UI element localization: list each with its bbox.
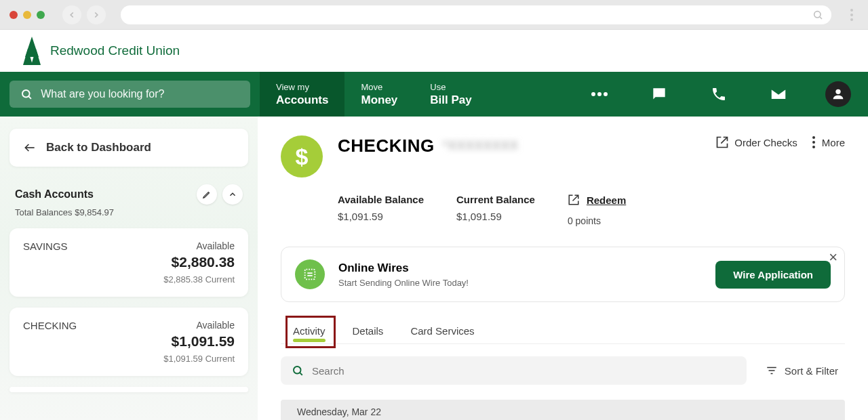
sidebar: Back to Dashboard Cash Accounts Total Ba… bbox=[0, 117, 258, 420]
close-window[interactable] bbox=[9, 11, 18, 19]
mail-icon bbox=[770, 85, 787, 103]
chat-icon bbox=[650, 85, 668, 103]
activity-date-header: Wednesday, Mar 22 bbox=[281, 400, 845, 420]
account-title: CHECKING bbox=[338, 135, 435, 156]
external-link-icon bbox=[715, 135, 729, 149]
site-header: Redwood Credit Union bbox=[0, 30, 868, 72]
account-card-placeholder bbox=[9, 387, 248, 392]
tab-card-services[interactable]: Card Services bbox=[410, 318, 474, 343]
account-card-savings[interactable]: SAVINGS Available $2,880.38 $2,885.38 Cu… bbox=[9, 228, 248, 297]
minimize-window[interactable] bbox=[23, 11, 31, 19]
svg-point-9 bbox=[604, 92, 608, 96]
svg-line-16 bbox=[300, 373, 302, 375]
account-header: $ CHECKING *XXXXXXXX Order Checks More bbox=[281, 135, 845, 177]
site-search-input[interactable] bbox=[41, 88, 239, 100]
logo-tree-icon bbox=[20, 37, 43, 65]
svg-rect-12 bbox=[305, 270, 315, 280]
activity-search[interactable] bbox=[281, 356, 747, 385]
tab-details[interactable]: Details bbox=[353, 318, 384, 343]
body-wrap: Back to Dashboard Cash Accounts Total Ba… bbox=[0, 117, 868, 420]
nav-more[interactable] bbox=[570, 72, 629, 117]
browser-nav bbox=[62, 5, 106, 24]
svg-line-6 bbox=[28, 96, 31, 98]
total-balances: Total Balances $9,854.97 bbox=[9, 207, 248, 217]
collapse-accounts-button[interactable] bbox=[222, 184, 243, 205]
close-promo[interactable]: × bbox=[825, 245, 842, 270]
dollar-icon: $ bbox=[281, 135, 323, 177]
forward-button[interactable] bbox=[87, 5, 106, 24]
external-link-icon bbox=[568, 194, 580, 206]
svg-point-10 bbox=[835, 89, 840, 94]
points-value: 0 points bbox=[568, 215, 626, 226]
promo-title: Online Wires bbox=[338, 261, 702, 275]
window-controls bbox=[9, 11, 45, 19]
pencil-icon bbox=[202, 190, 212, 199]
account-content: $ CHECKING *XXXXXXXX Order Checks More bbox=[258, 117, 868, 420]
account-tabs: Activity Details Card Services bbox=[281, 318, 845, 344]
svg-point-5 bbox=[22, 90, 30, 98]
nav-billpay[interactable]: Use Bill Pay bbox=[414, 72, 488, 117]
logo-text: Redwood Credit Union bbox=[50, 43, 180, 58]
chevron-up-icon bbox=[228, 190, 237, 199]
arrow-left-icon bbox=[23, 141, 37, 154]
promo-card: Online Wires Start Sending Online Wire T… bbox=[281, 247, 845, 302]
current-balance-label: Current Balance bbox=[456, 194, 535, 205]
redeem-link[interactable]: Redeem bbox=[568, 194, 626, 206]
browser-menu[interactable] bbox=[845, 9, 859, 21]
available-balance-value: $1,091.59 bbox=[338, 211, 424, 222]
back-button[interactable] bbox=[62, 5, 81, 24]
svg-point-0 bbox=[814, 11, 821, 17]
ellipsis-icon bbox=[591, 92, 608, 96]
promo-sub: Start Sending Online Wire Today! bbox=[338, 278, 702, 288]
svg-point-15 bbox=[294, 366, 301, 374]
account-number-masked: *XXXXXXXX bbox=[443, 139, 519, 153]
cash-accounts-header: Cash Accounts bbox=[9, 184, 248, 205]
svg-point-8 bbox=[597, 92, 601, 96]
search-icon bbox=[812, 9, 823, 20]
back-to-dashboard[interactable]: Back to Dashboard bbox=[9, 129, 248, 167]
balances-row: Available Balance $1,091.59 Current Bala… bbox=[338, 194, 845, 226]
order-checks-link[interactable]: Order Checks bbox=[715, 135, 797, 149]
nav-messages[interactable] bbox=[629, 72, 689, 117]
available-balance-label: Available Balance bbox=[338, 194, 424, 205]
search-icon bbox=[292, 364, 304, 377]
search-icon bbox=[20, 87, 33, 101]
nav-accounts[interactable]: View my Accounts bbox=[260, 72, 344, 117]
current-balance-value: $1,091.59 bbox=[456, 211, 535, 222]
activity-search-input[interactable] bbox=[312, 365, 736, 377]
avatar bbox=[825, 81, 851, 107]
address-bar[interactable] bbox=[121, 5, 831, 24]
edit-accounts-button[interactable] bbox=[197, 184, 217, 205]
browser-chrome bbox=[0, 0, 868, 30]
nav-profile[interactable] bbox=[808, 72, 868, 117]
tab-activity[interactable]: Activity bbox=[293, 318, 326, 343]
activity-search-row: Sort & Filter bbox=[281, 356, 845, 385]
main-nav: View my Accounts Move Money Use Bill Pay bbox=[0, 72, 868, 117]
site-logo[interactable]: Redwood Credit Union bbox=[20, 37, 180, 65]
more-menu[interactable]: More bbox=[812, 136, 845, 148]
site-search[interactable] bbox=[9, 81, 250, 108]
sort-filter-button[interactable]: Sort & Filter bbox=[759, 364, 845, 377]
kebab-icon bbox=[812, 136, 815, 148]
chevron-right-icon bbox=[92, 10, 101, 20]
nav-phone[interactable] bbox=[689, 72, 749, 117]
svg-line-1 bbox=[820, 17, 822, 19]
chevron-left-icon bbox=[67, 10, 77, 20]
wire-icon bbox=[295, 259, 325, 289]
maximize-window[interactable] bbox=[37, 11, 45, 19]
filter-icon bbox=[766, 364, 778, 377]
account-card-checking[interactable]: CHECKING Available $1,091.59 $1,091.59 C… bbox=[9, 308, 248, 376]
wire-application-button[interactable]: Wire Application bbox=[715, 261, 831, 289]
svg-point-7 bbox=[591, 92, 595, 96]
nav-money[interactable]: Move Money bbox=[344, 72, 414, 117]
person-icon bbox=[831, 87, 846, 102]
phone-icon bbox=[711, 86, 727, 102]
nav-mail[interactable] bbox=[749, 72, 808, 117]
